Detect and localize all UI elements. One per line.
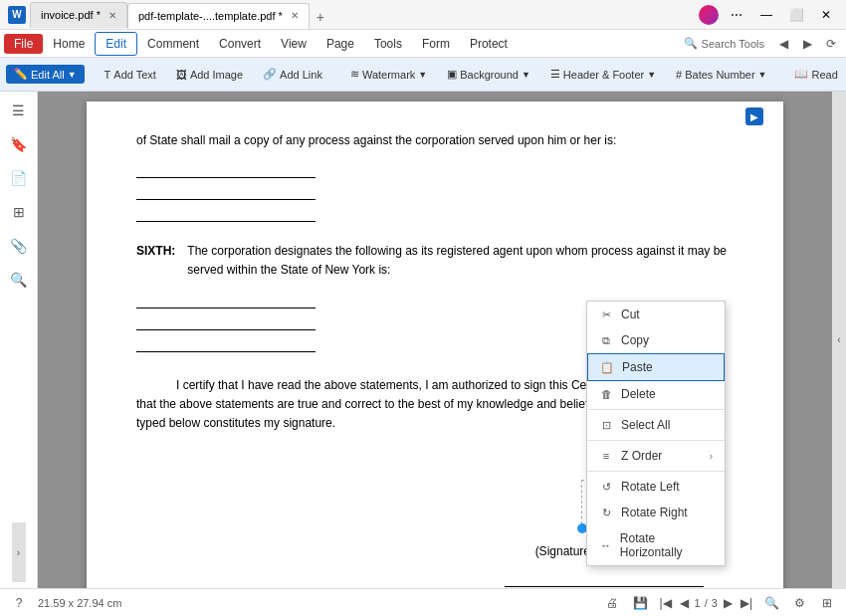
- line-3: [136, 206, 316, 222]
- rotate-left-icon: ↺: [599, 480, 613, 494]
- more-options-button[interactable]: ⋯: [725, 5, 748, 25]
- tools-menu[interactable]: Tools: [364, 33, 412, 55]
- right-collapse-icon: ‹: [837, 334, 840, 345]
- add-tab-button[interactable]: +: [310, 6, 331, 28]
- paste-icon: 📋: [600, 360, 614, 374]
- current-page: 1: [695, 597, 701, 609]
- ctx-cut[interactable]: ✂ Cut: [587, 302, 725, 327]
- add-image-button[interactable]: 🖼 Add Image: [168, 66, 251, 84]
- page-menu[interactable]: Page: [317, 33, 364, 55]
- sidebar-hand-icon[interactable]: ☰: [6, 98, 32, 123]
- help-button[interactable]: ?: [8, 592, 30, 614]
- edit-menu[interactable]: Edit: [95, 32, 137, 56]
- left-sidebar: ☰ 🔖 📄 ⊞ 📎 🔍 ›: [0, 92, 38, 588]
- read-icon: 📖: [794, 68, 808, 81]
- ctx-copy[interactable]: ⧉ Copy: [587, 327, 725, 353]
- document-page: ▶ of State shall mail a copy of any proc…: [87, 102, 783, 588]
- settings-icon[interactable]: ⚙: [788, 592, 810, 614]
- ctx-rotate-left[interactable]: ↺ Rotate Left: [587, 474, 725, 500]
- line-5: [136, 314, 316, 330]
- ctx-z-order[interactable]: ≡ Z Order ›: [587, 443, 725, 469]
- sixth-section: SIXTH: The corporation designates the fo…: [136, 242, 734, 280]
- background-button[interactable]: ▣ Background ▼: [439, 65, 538, 84]
- nav-forward-button[interactable]: ▶: [796, 33, 818, 55]
- background-arrow: ▼: [522, 70, 530, 80]
- edit-all-label: Edit All: [31, 69, 65, 81]
- add-text-button[interactable]: T Add Text: [97, 66, 164, 84]
- tab-template-label: pdf-template-....template.pdf *: [138, 10, 283, 22]
- status-right: 🖨 💾 |◀ ◀ 1 / 3 ▶ ▶| 🔍 ⚙ ⊞: [601, 592, 838, 614]
- read-button[interactable]: 📖 Read: [786, 65, 845, 84]
- edit-all-arrow: ▼: [68, 70, 77, 80]
- ctx-rotate-right-label: Rotate Right: [621, 506, 688, 519]
- comment-menu[interactable]: Comment: [137, 33, 209, 55]
- header-footer-button[interactable]: ☰ Header & Footer ▼: [542, 65, 664, 84]
- sixth-label: SIXTH:: [136, 242, 175, 280]
- sidebar-layers-icon[interactable]: ⊞: [6, 199, 32, 225]
- document-scroll[interactable]: ▶ of State shall mail a copy of any proc…: [38, 92, 832, 588]
- document-area[interactable]: ▶ of State shall mail a copy of any proc…: [38, 92, 832, 588]
- form-menu[interactable]: Form: [412, 33, 460, 55]
- ctx-separator-2: [587, 440, 725, 441]
- z-order-icon: ≡: [599, 449, 613, 463]
- last-page-button[interactable]: ▶|: [739, 594, 754, 612]
- search-tools[interactable]: 🔍 Search Tools: [684, 37, 764, 50]
- status-left: ? 21.59 x 27.94 cm: [8, 592, 121, 614]
- prev-page-button[interactable]: ◀: [678, 594, 691, 612]
- save-icon[interactable]: 💾: [629, 592, 651, 614]
- nav-back-button[interactable]: ◀: [772, 33, 794, 55]
- main-area: ☰ 🔖 📄 ⊞ 📎 🔍 › ▶ of State shall mail a co…: [0, 92, 846, 588]
- tab-invoice[interactable]: invoice.pdf * ✕: [30, 2, 127, 28]
- watermark-button[interactable]: ≋ Watermark ▼: [342, 65, 435, 84]
- title-bar-right: ⋯ — ⬜ ✕: [699, 5, 838, 25]
- ctx-paste[interactable]: 📋 Paste: [587, 353, 725, 381]
- edit-icon: ✏️: [14, 68, 28, 81]
- home-menu[interactable]: Home: [43, 33, 95, 55]
- maximize-button[interactable]: ⬜: [784, 5, 808, 25]
- search-tools-label: Search Tools: [702, 38, 764, 50]
- tab-template[interactable]: pdf-template-....template.pdf * ✕: [127, 3, 310, 29]
- close-button[interactable]: ✕: [814, 5, 838, 25]
- edit-all-button[interactable]: ✏️ Edit All ▼: [6, 65, 85, 84]
- bates-number-button[interactable]: # Bates Number ▼: [668, 66, 774, 84]
- ctx-select-all[interactable]: ⊡ Select All: [587, 412, 725, 438]
- ctx-rotate-right[interactable]: ↻ Rotate Right: [587, 500, 725, 525]
- add-link-button[interactable]: 🔗 Add Link: [255, 65, 330, 84]
- nav-refresh-button[interactable]: ⟳: [820, 33, 842, 55]
- right-sidebar-collapse[interactable]: ‹: [832, 92, 846, 588]
- zoom-out-button[interactable]: 🔍: [760, 592, 782, 614]
- sidebar-page-icon[interactable]: 📄: [6, 165, 32, 191]
- file-menu[interactable]: File: [4, 34, 43, 54]
- app-icon: W: [8, 6, 26, 24]
- grid-view-button[interactable]: ⊞: [816, 592, 838, 614]
- search-icon: 🔍: [684, 37, 698, 50]
- tab-template-close[interactable]: ✕: [291, 10, 299, 21]
- copy-icon: ⧉: [599, 333, 613, 347]
- cut-icon: ✂: [599, 308, 613, 321]
- view-menu[interactable]: View: [271, 33, 317, 55]
- header-footer-label: Header & Footer: [563, 69, 644, 81]
- status-bar: ? 21.59 x 27.94 cm 🖨 💾 |◀ ◀ 1 / 3 ▶ ▶| 🔍…: [0, 588, 846, 616]
- sidebar-search-icon[interactable]: 🔍: [6, 267, 32, 293]
- user-avatar[interactable]: [699, 5, 719, 25]
- next-page-button[interactable]: ▶: [722, 594, 735, 612]
- minimize-button[interactable]: —: [754, 5, 778, 25]
- menu-bar: File Home Edit Comment Convert View Page…: [0, 30, 846, 58]
- convert-menu[interactable]: Convert: [209, 33, 271, 55]
- sidebar-attach-icon[interactable]: 📎: [6, 233, 32, 259]
- ctx-delete-label: Delete: [621, 387, 656, 401]
- tab-invoice-close[interactable]: ✕: [108, 10, 116, 21]
- ctx-rotate-horizontally[interactable]: ↔ Rotate Horizontally: [587, 525, 725, 565]
- ctx-select-all-label: Select All: [621, 418, 670, 432]
- print-icon[interactable]: 🖨: [601, 592, 623, 614]
- ctx-rotate-horiz-label: Rotate Horizontally: [620, 531, 713, 559]
- add-link-icon: 🔗: [263, 68, 277, 81]
- sidebar-bookmark-icon[interactable]: 🔖: [6, 131, 32, 157]
- add-image-icon: 🖼: [176, 69, 187, 81]
- read-label: Read: [811, 69, 837, 81]
- first-page-button[interactable]: |◀: [657, 594, 673, 612]
- ctx-delete[interactable]: 🗑 Delete: [587, 381, 725, 407]
- z-order-arrow: ›: [710, 451, 713, 462]
- left-sidebar-collapse[interactable]: ›: [12, 522, 26, 582]
- protect-menu[interactable]: Protect: [460, 33, 518, 55]
